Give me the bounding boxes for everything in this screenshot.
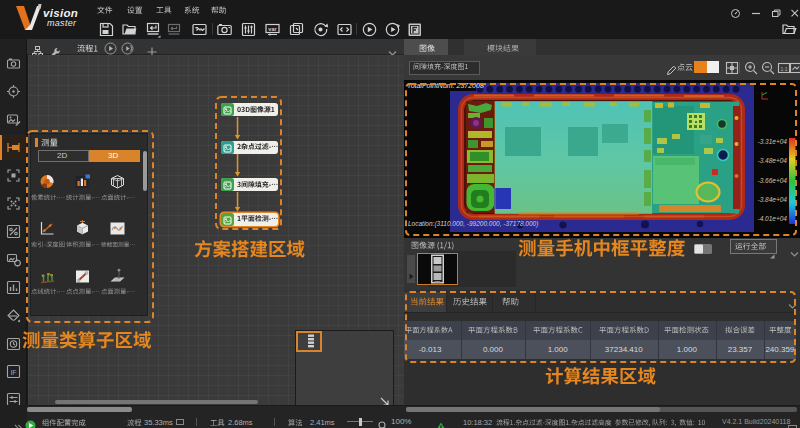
svg-text:-3.66e+04: -3.66e+04	[758, 177, 788, 184]
svg-text:-4.01e+04: -4.01e+04	[758, 215, 788, 222]
svg-text:var: var	[268, 26, 277, 32]
svg-text:-3.84e+04: -3.84e+04	[758, 196, 788, 203]
svg-text:TotalPointNum: 2372008: TotalPointNum: 2372008	[407, 82, 484, 89]
svg-text:1:1: 1:1	[781, 66, 788, 72]
svg-text:IF: IF	[10, 369, 16, 376]
svg-text:-3.31e+04: -3.31e+04	[758, 138, 788, 145]
svg-text:-3.48e+04: -3.48e+04	[758, 157, 788, 164]
svg-text:Location:(3110.000, -99200.000: Location:(3110.000, -99200.000, -37178.0…	[408, 220, 538, 228]
